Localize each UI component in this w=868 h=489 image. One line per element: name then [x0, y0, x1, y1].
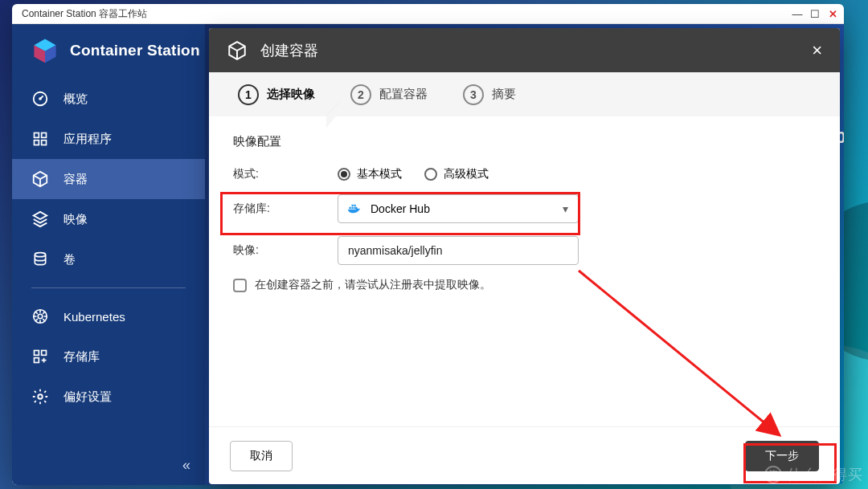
step-1[interactable]: 1 选择映像	[220, 84, 333, 105]
radio-label: 基本模式	[357, 167, 402, 181]
sidebar-item-label: 卷	[63, 252, 76, 267]
collapse-sidebar-icon[interactable]: «	[182, 457, 190, 474]
apps-grid-icon	[31, 130, 49, 148]
sidebar-item-overview[interactable]: 概览	[12, 79, 205, 119]
svg-rect-14	[35, 358, 39, 363]
step-3[interactable]: 3 摘要	[445, 84, 534, 105]
svg-rect-17	[352, 207, 354, 209]
svg-rect-13	[42, 351, 47, 356]
svg-rect-20	[354, 205, 356, 206]
modal-close-icon[interactable]: ×	[812, 40, 822, 61]
checkbox-label: 在创建容器之前，请尝试从注册表中提取映像。	[255, 278, 491, 292]
image-input[interactable]	[338, 236, 579, 265]
svg-rect-6	[42, 133, 47, 138]
docker-icon	[348, 203, 362, 214]
svg-point-9	[35, 253, 45, 257]
helm-icon	[31, 308, 49, 325]
watermark-icon: 值	[764, 466, 782, 483]
sidebar-item-label: 映像	[63, 212, 88, 227]
sidebar-item-label: 偏好设置	[63, 389, 112, 405]
svg-rect-8	[42, 141, 47, 145]
svg-rect-19	[352, 205, 354, 206]
image-label: 映像:	[233, 243, 338, 258]
svg-rect-16	[350, 207, 351, 209]
repository-value: Docker Hub	[371, 202, 430, 215]
cancel-button[interactable]: 取消	[230, 441, 293, 471]
modal-title: 创建容器	[260, 41, 318, 60]
radio-advanced-mode[interactable]: 高级模式	[424, 167, 489, 181]
sidebar-item-volumes[interactable]: 卷	[12, 239, 205, 279]
brand-name: Container Station	[70, 42, 200, 59]
step-bar: 1 选择映像 2 配置容器 3 摘要	[209, 72, 840, 116]
sidebar-item-kubernetes[interactable]: Kubernetes	[12, 296, 205, 336]
svg-point-15	[38, 394, 43, 399]
database-icon	[31, 251, 49, 268]
radio-basic-mode[interactable]: 基本模式	[338, 167, 402, 181]
svg-rect-7	[35, 141, 39, 145]
section-title: 映像配置	[233, 134, 816, 149]
svg-rect-5	[35, 133, 39, 138]
container-station-logo-icon	[31, 37, 59, 64]
watermark-text: 什么值得买	[787, 465, 863, 484]
radio-dot-icon	[338, 168, 350, 181]
mode-label: 模式:	[233, 167, 338, 181]
radio-label: 高级模式	[444, 167, 489, 181]
sidebar: Container Station 概览 应用程序 容器	[12, 24, 205, 485]
gauge-icon	[31, 90, 49, 108]
minimize-button[interactable]: —	[791, 7, 804, 20]
sidebar-item-preferences[interactable]: 偏好设置	[12, 377, 205, 417]
step-label: 选择映像	[267, 87, 315, 102]
sidebar-divider	[31, 287, 186, 288]
chevron-down-icon: ▾	[563, 202, 568, 215]
sidebar-item-registries[interactable]: 存储库	[12, 336, 205, 377]
maximize-button[interactable]: ☐	[809, 7, 821, 20]
step-number-icon: 1	[238, 84, 259, 105]
gear-icon	[31, 388, 49, 405]
sidebar-item-label: 存储库	[63, 349, 100, 365]
layers-icon	[31, 210, 49, 228]
window-titlebar: Container Station 容器工作站 — ☐ ✕	[12, 4, 844, 24]
repository-select[interactable]: Docker Hub ▾	[338, 194, 579, 223]
step-number-icon: 3	[463, 84, 484, 105]
brand-row: Container Station	[12, 37, 205, 79]
svg-rect-12	[35, 351, 39, 356]
close-button[interactable]: ✕	[826, 7, 839, 20]
svg-point-4	[39, 98, 41, 100]
sidebar-item-label: 容器	[63, 172, 88, 187]
sidebar-item-apps[interactable]: 应用程序	[12, 119, 205, 159]
watermark: 值 什么值得买	[764, 465, 863, 484]
radio-dot-icon	[424, 168, 437, 181]
sidebar-item-label: 概览	[63, 92, 88, 107]
svg-point-11	[38, 314, 43, 319]
registry-icon	[31, 348, 49, 365]
window-title: Container Station 容器工作站	[22, 7, 147, 21]
repository-label: 存储库:	[233, 202, 338, 216]
sidebar-item-label: Kubernetes	[63, 310, 125, 324]
create-container-modal: 创建容器 × 1 选择映像 2 配置容器 3 摘要 映像配置 模式: 基本模式	[209, 28, 840, 484]
step-label: 配置容器	[379, 87, 428, 102]
modal-header: 创建容器 ×	[209, 28, 840, 72]
step-2[interactable]: 2 配置容器	[333, 84, 445, 105]
sidebar-item-images[interactable]: 映像	[12, 199, 205, 239]
svg-rect-18	[354, 207, 356, 209]
cube-icon	[227, 40, 248, 61]
cube-icon	[31, 170, 49, 188]
step-number-icon: 2	[350, 84, 371, 105]
sidebar-item-containers[interactable]: 容器	[12, 159, 205, 199]
sidebar-item-label: 应用程序	[63, 132, 112, 147]
step-label: 摘要	[492, 87, 516, 102]
pull-before-create-checkbox[interactable]	[233, 279, 247, 292]
